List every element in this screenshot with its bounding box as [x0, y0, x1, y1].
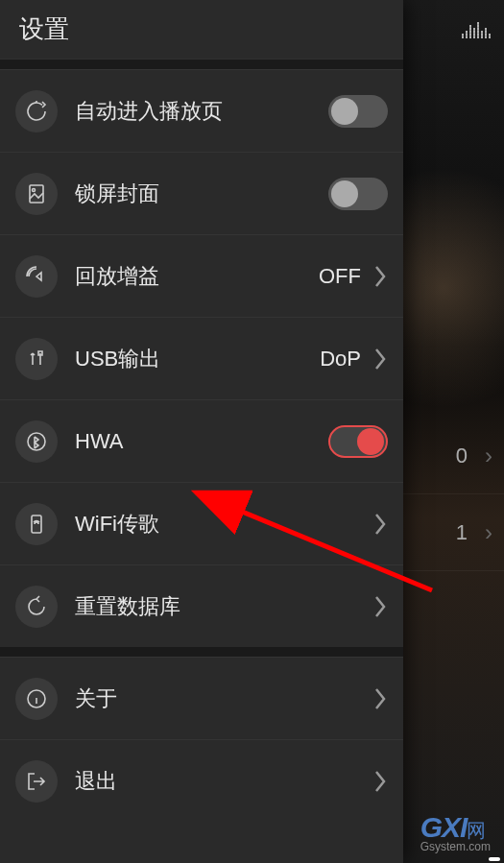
bg-count: 1 — [456, 520, 468, 545]
chevron-right-icon — [372, 263, 388, 290]
sync-icon — [15, 586, 58, 628]
svg-point-1 — [33, 188, 36, 191]
chevron-right-icon — [372, 593, 388, 620]
chevron-right-icon: › — [485, 443, 492, 469]
header: 设置 — [0, 0, 403, 60]
info-icon — [15, 678, 58, 720]
setting-hwa[interactable]: HWA — [0, 399, 403, 482]
chevron-right-icon — [372, 768, 388, 795]
watermark: GXI网 Gsystem.com — [489, 857, 500, 861]
setting-label: 自动进入播放页 — [75, 97, 321, 126]
setting-wifi-transfer[interactable]: WiFi传歌 — [0, 482, 403, 564]
setting-about[interactable]: 关于 — [0, 657, 403, 739]
setting-label: 重置数据库 — [75, 592, 372, 621]
setting-label: 回放增益 — [75, 262, 319, 291]
setting-label: WiFi传歌 — [75, 510, 372, 539]
settings-panel: 设置 自动进入播放页 锁屏封面 回放增益 OFF USB输出 DoP — [0, 0, 403, 863]
exit-icon — [15, 760, 58, 803]
bluetooth-audio-icon — [15, 420, 58, 463]
setting-lock-cover[interactable]: 锁屏封面 — [0, 152, 403, 234]
setting-label: 退出 — [75, 767, 372, 796]
equalizer-icon — [462, 19, 491, 38]
setting-usb-output[interactable]: USB输出 DoP — [0, 317, 403, 399]
watermark-suffix: 网 — [467, 820, 486, 841]
bg-list-item[interactable]: 1 › — [403, 494, 504, 571]
usb-icon — [15, 338, 58, 380]
chevron-right-icon — [372, 685, 388, 712]
chevron-right-icon — [372, 346, 388, 372]
image-icon — [15, 173, 58, 215]
divider — [0, 60, 403, 69]
setting-exit[interactable]: 退出 — [0, 739, 403, 822]
watermark-url: Gsystem.com — [420, 840, 491, 853]
setting-label: 锁屏封面 — [75, 180, 321, 208]
setting-auto-play[interactable]: 自动进入播放页 — [0, 69, 403, 152]
toggle-switch[interactable] — [328, 95, 388, 128]
sound-wave-icon — [15, 255, 58, 298]
background-content: 0 › 1 › — [403, 0, 504, 863]
setting-replay-gain[interactable]: 回放增益 OFF — [0, 234, 403, 317]
setting-label: HWA — [75, 429, 321, 454]
bg-count: 0 — [456, 443, 468, 468]
setting-label: 关于 — [75, 684, 372, 713]
toggle-switch[interactable] — [328, 425, 388, 458]
watermark-text: GXI — [420, 811, 468, 843]
setting-label: USB输出 — [75, 345, 320, 373]
wifi-phone-icon — [15, 503, 58, 545]
toggle-switch[interactable] — [328, 178, 388, 210]
divider — [0, 647, 403, 657]
svg-rect-3 — [32, 515, 41, 533]
refresh-icon — [15, 90, 58, 132]
chevron-right-icon — [372, 511, 388, 538]
setting-value: OFF — [319, 264, 361, 289]
bg-list-item[interactable]: 0 › — [403, 418, 504, 494]
setting-value: DoP — [320, 347, 361, 372]
chevron-right-icon: › — [485, 519, 492, 546]
page-title: 设置 — [19, 12, 69, 46]
setting-rebuild-db[interactable]: 重置数据库 — [0, 564, 403, 647]
